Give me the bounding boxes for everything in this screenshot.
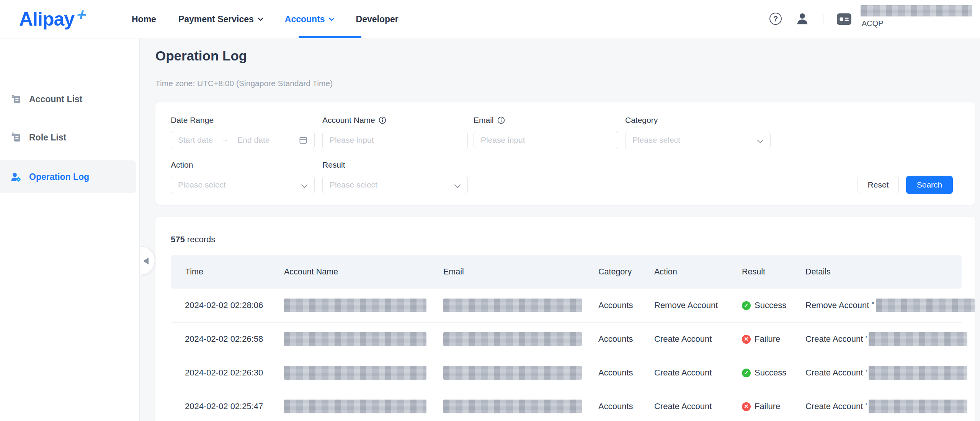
info-icon[interactable] — [379, 116, 386, 124]
end-date-placeholder: End date — [237, 135, 270, 145]
nav-accounts-label: Accounts — [285, 14, 325, 24]
sidebar-collapse-button[interactable] — [140, 246, 155, 275]
cell-category: Accounts — [598, 322, 633, 356]
gear-part — [16, 177, 21, 181]
result-label: Success — [755, 368, 786, 378]
redacted-account-name — [284, 299, 426, 312]
details-text: Create Account ' — [805, 401, 867, 411]
active-tab-underline — [299, 36, 361, 38]
chevron-down-icon — [258, 15, 264, 21]
nav-accounts[interactable]: Accounts — [285, 14, 334, 24]
result-select[interactable]: Please select — [322, 176, 468, 194]
alipay-logo[interactable]: Alipay+ — [19, 8, 85, 30]
nav-developer[interactable]: Developer — [356, 14, 399, 24]
sidebar-item-role-list[interactable]: Role List — [0, 121, 136, 154]
cell-email — [443, 390, 582, 421]
sidebar-item-operation-log[interactable]: Operation Log — [0, 160, 136, 193]
nav-home[interactable]: Home — [132, 14, 156, 24]
chevron-down-icon — [757, 137, 764, 144]
action-label: Action — [171, 160, 193, 170]
alipay-plus-glyph: + — [75, 5, 89, 24]
sidebar-item-account-list[interactable]: Account List — [0, 83, 136, 116]
column-header-action: Action — [654, 255, 677, 289]
category-select[interactable]: Please select — [625, 131, 771, 149]
category-label: Category — [625, 116, 658, 125]
category-placeholder: Please select — [632, 135, 680, 145]
cell-account-name — [284, 356, 426, 390]
column-header-category: Category — [598, 255, 632, 289]
action-placeholder: Please select — [178, 180, 226, 189]
cell-time: 2024-02-02 02:26:30 — [185, 356, 263, 390]
table-row[interactable]: 2024-02-02 02:26:58 Accounts Create Acco… — [155, 322, 975, 356]
info-icon[interactable] — [497, 116, 505, 124]
redacted-email — [443, 400, 582, 413]
account-list-icon — [11, 94, 21, 104]
column-header-time: Time — [185, 255, 203, 289]
table-row[interactable]: 2024-02-02 02:26:30 Accounts Create Acco… — [155, 356, 975, 390]
role-list-icon — [11, 132, 21, 143]
search-button[interactable]: Search — [906, 176, 953, 194]
cell-action: Create Account — [654, 322, 712, 356]
reset-button[interactable]: Reset — [858, 176, 899, 194]
page-title: Operation Log — [155, 48, 247, 64]
sidebar-item-label: Operation Log — [29, 172, 89, 182]
column-header-account-name: Account Name — [284, 255, 338, 289]
help-icon[interactable]: ? — [769, 13, 782, 25]
chevron-down-icon — [454, 182, 461, 188]
chevron-down-icon — [328, 15, 335, 21]
failure-icon — [742, 402, 751, 411]
nav-developer-label: Developer — [356, 14, 399, 24]
user-icon[interactable] — [795, 12, 809, 26]
nav-payment-services[interactable]: Payment Services — [178, 14, 263, 24]
email-placeholder: Please input — [481, 135, 525, 145]
record-count-label: records — [187, 235, 215, 244]
sidebar-item-label: Account List — [29, 94, 82, 104]
cell-email — [443, 322, 582, 356]
account-name-input[interactable]: Please input — [322, 131, 468, 149]
redacted-details — [869, 332, 967, 346]
redacted-account-name — [284, 366, 426, 380]
cell-time: 2024-02-02 02:28:06 — [185, 289, 263, 322]
sidebar: Account List Role List — [0, 39, 140, 421]
top-navbar: Alipay+ Home Payment Services Accounts D… — [0, 0, 980, 38]
logo-text: Alipay — [19, 8, 74, 30]
failure-icon — [742, 335, 751, 344]
calendar-icon[interactable] — [299, 136, 307, 144]
redacted-email — [443, 332, 582, 346]
main-nav: Home Payment Services Accounts Developer — [132, 0, 399, 38]
result-label: Failure — [755, 401, 780, 411]
cell-category: Accounts — [598, 356, 633, 390]
cell-details: Create Account ' — [805, 356, 976, 390]
cell-account-name — [284, 390, 426, 421]
sidebar-item-label: Role List — [29, 132, 66, 143]
cell-details: Remove Account " — [805, 289, 976, 322]
date-separator: ~ — [223, 135, 227, 145]
result-label: Success — [755, 300, 786, 310]
date-range-input[interactable]: Start date ~ End date — [171, 131, 315, 149]
cell-account-name — [284, 289, 426, 322]
redacted-details — [876, 299, 975, 312]
column-header-result: Result — [742, 255, 765, 289]
header-divider — [823, 14, 823, 24]
org-code-label: ACQP — [862, 19, 884, 28]
email-label: Email — [474, 116, 505, 125]
app-window: Alipay+ Home Payment Services Accounts D… — [0, 0, 980, 421]
cell-email — [443, 356, 582, 390]
filter-panel: Date Range Account Name Email Category S… — [155, 102, 975, 205]
email-input[interactable]: Please input — [474, 131, 618, 149]
redacted-email — [443, 366, 582, 380]
details-text: Create Account ' — [805, 368, 867, 378]
cell-time: 2024-02-02 02:25:47 — [185, 390, 263, 421]
cell-action: Create Account — [654, 390, 712, 421]
cell-result: Failure — [742, 390, 780, 421]
column-header-email: Email — [443, 255, 464, 289]
table-row[interactable]: 2024-02-02 02:25:47 Accounts Create Acco… — [155, 390, 975, 421]
date-range-label: Date Range — [171, 116, 214, 125]
cell-category: Accounts — [598, 289, 633, 322]
result-placeholder: Please select — [330, 180, 377, 189]
action-select[interactable]: Please select — [171, 176, 315, 194]
table-row[interactable]: 2024-02-02 02:28:06 Accounts Remove Acco… — [155, 289, 975, 322]
cell-account-name — [284, 322, 426, 356]
details-text: Create Account ' — [805, 334, 867, 344]
timezone-note: Time zone: UTC+8:00 (Singapore Standard … — [155, 79, 333, 88]
